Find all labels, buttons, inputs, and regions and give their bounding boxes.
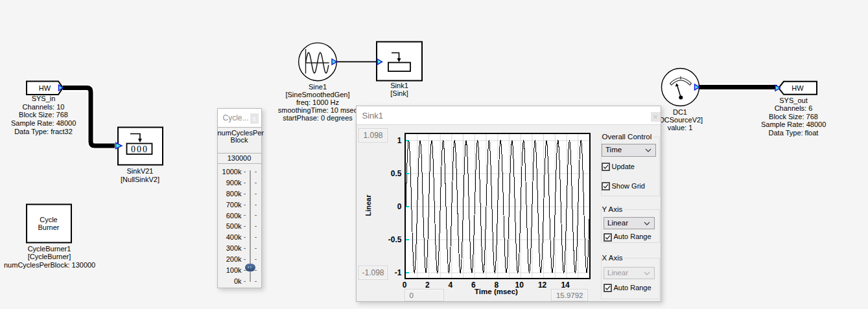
svg-text:HW: HW [792,84,804,92]
svg-text:HW: HW [39,84,51,92]
svg-text:000: 000 [131,144,148,154]
